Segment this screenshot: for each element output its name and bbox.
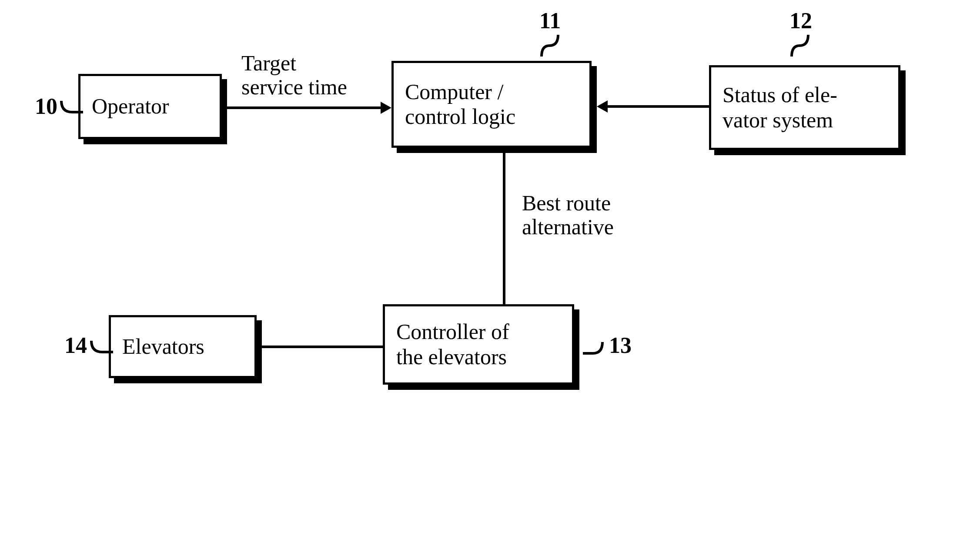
edge-comp-to-ctrl-label: Best route alternative [522, 191, 614, 239]
node-computer: Computer / control logic [391, 61, 592, 148]
edge-status-to-comp [597, 98, 709, 115]
edge-elev-to-ctrl [261, 344, 383, 349]
node-computer-label: Computer / control logic [405, 80, 515, 130]
edge-comp-to-ctrl [502, 152, 507, 304]
node-status-label: Status of ele- vator system [722, 83, 837, 133]
node-controller: Controller of the elevators [383, 304, 574, 385]
edge-op-to-comp [226, 99, 391, 116]
ref-11-hook [537, 33, 562, 58]
ref-12-hook [787, 33, 813, 58]
node-status: Status of ele- vator system [709, 65, 900, 150]
node-elevators: Elevators [109, 315, 257, 378]
node-operator-label: Operator [92, 94, 169, 119]
node-elevators-label: Elevators [122, 334, 204, 359]
diagram-canvas: Operator Computer / control logic Status… [0, 0, 980, 535]
ref-14: 14 [64, 332, 87, 358]
ref-13-hook [581, 332, 606, 358]
ref-13: 13 [609, 332, 632, 358]
svg-marker-1 [381, 102, 391, 114]
ref-14-hook [89, 331, 114, 356]
node-operator: Operator [78, 74, 222, 139]
node-controller-label: Controller of the elevators [396, 319, 509, 369]
ref-12: 12 [789, 8, 812, 33]
ref-11: 11 [539, 8, 561, 33]
ref-10: 10 [35, 93, 57, 119]
ref-10-hook [59, 91, 84, 116]
svg-marker-3 [597, 100, 608, 113]
edge-op-to-comp-label: Target service time [241, 51, 347, 99]
